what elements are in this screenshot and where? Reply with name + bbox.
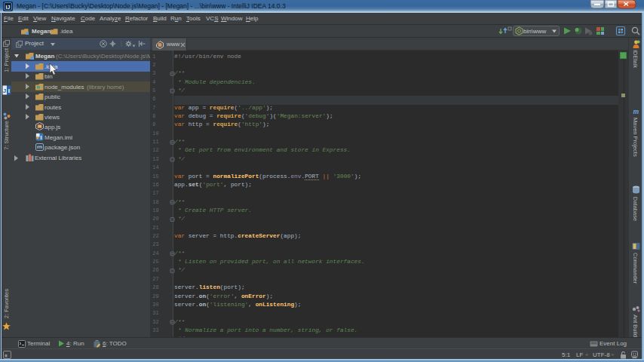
svg-text:bin\www: bin\www: [523, 28, 546, 35]
svg-text:dsp: dsp: [38, 146, 42, 149]
svg-text:J: J: [3, 87, 6, 94]
svg-text:I: I: [41, 134, 42, 140]
svg-text:m: m: [633, 107, 639, 115]
svg-text:IJ: IJ: [6, 5, 11, 10]
svg-text:JS: JS: [38, 125, 41, 129]
svg-text:I: I: [8, 87, 10, 94]
